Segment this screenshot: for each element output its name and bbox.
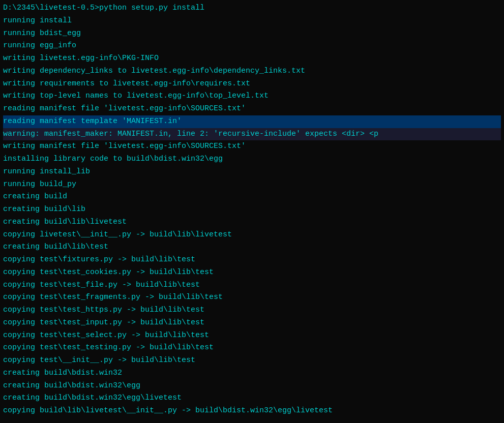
terminal-line: creating build\lib\test	[3, 241, 501, 254]
terminal-line: creating build\lib	[3, 203, 501, 216]
terminal-line: writing requirements to livetest.egg-inf…	[3, 78, 501, 90]
terminal-window: D:\2345\livetest-0.5>python setup.py ins…	[0, 0, 504, 423]
terminal-line: running egg_info	[3, 40, 501, 52]
terminal-line: creating build\bdist.win32\egg	[3, 380, 501, 392]
terminal-line: copying build\lib\livetest\__init__.py -…	[3, 405, 501, 417]
terminal-line: writing top-level names to livetest.egg-…	[3, 90, 501, 103]
terminal-line: writing livetest.egg-info\PKG-INFO	[3, 52, 501, 65]
terminal-line: reading manifest file 'livetest.egg-info…	[3, 103, 501, 115]
terminal-line: running install	[3, 15, 501, 27]
terminal-line: D:\2345\livetest-0.5>python setup.py ins…	[3, 2, 501, 15]
terminal-line: writing dependency_links to livetest.egg…	[3, 65, 501, 78]
terminal-line: reading manifest template 'MANIFEST.in'	[3, 115, 501, 128]
terminal-line: installing library code to build\bdist.w…	[3, 153, 501, 166]
terminal-line: creating build\bdist.win32	[3, 367, 501, 380]
terminal-line: copying test\test_input.py -> build\lib\…	[3, 317, 501, 329]
terminal-line: copying test\test_file.py -> build\lib\t…	[3, 279, 501, 292]
terminal-line: running bdist_egg	[3, 27, 501, 40]
terminal-line: copying test\test_fragments.py -> build\…	[3, 291, 501, 304]
terminal-line: copying test\test_select.py -> build\lib…	[3, 329, 501, 342]
terminal-line: copying test\fixtures.py -> build\lib\te…	[3, 254, 501, 266]
terminal-line: copying test\__init__.py -> build\lib\te…	[3, 354, 501, 367]
terminal-line: running install_lib	[3, 166, 501, 178]
terminal-line: copying test\test_cookies.py -> build\li…	[3, 266, 501, 279]
terminal-line: warning: manifest_maker: MANIFEST.in, li…	[3, 128, 501, 141]
terminal-line: copying livetest\__init__.py -> build\li…	[3, 229, 501, 241]
terminal-line: copying test\test_testing.py -> build\li…	[3, 342, 501, 354]
terminal-line: writing manifest file 'livetest.egg-info…	[3, 140, 501, 153]
terminal-line: creating build\bdist.win32\egg\livetest	[3, 392, 501, 405]
terminal-output: D:\2345\livetest-0.5>python setup.py ins…	[3, 2, 501, 417]
terminal-line: creating build	[3, 191, 501, 203]
terminal-line: running build_py	[3, 178, 501, 191]
terminal-line: copying test\test_https.py -> build\lib\…	[3, 304, 501, 317]
terminal-line: creating build\lib\livetest	[3, 216, 501, 229]
